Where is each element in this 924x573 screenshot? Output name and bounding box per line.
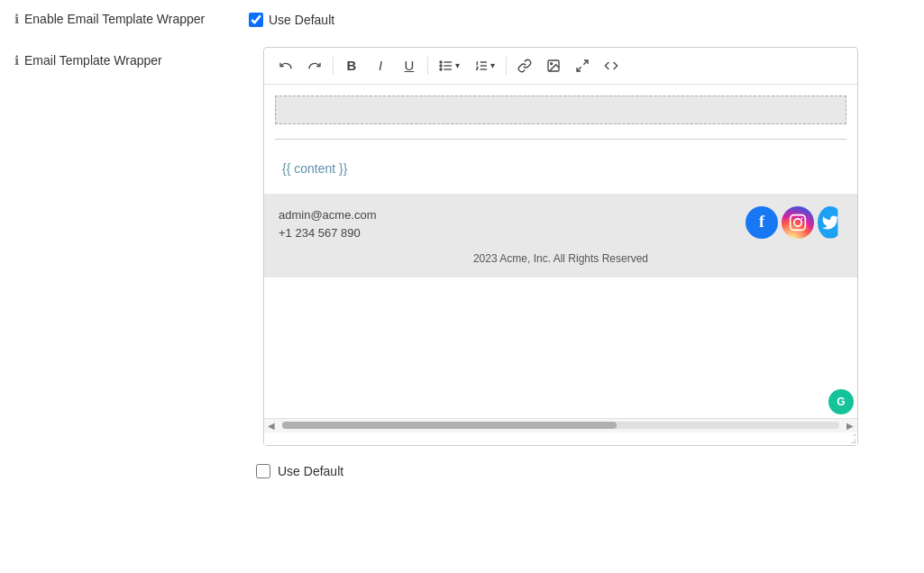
bullet-list-button[interactable]: ▾ [434, 53, 465, 78]
svg-point-14 [794, 218, 801, 225]
wrapper-field-row: ℹ Email Template Wrapper B I [0, 40, 924, 453]
wrapper-field-label: Email Template Wrapper [24, 52, 162, 70]
toolbar-sep-3 [506, 57, 507, 75]
undo-button[interactable] [273, 53, 298, 78]
twitter-icon [818, 206, 843, 239]
footer-social-icons: f [746, 206, 843, 239]
svg-line-12 [577, 67, 581, 71]
email-divider [275, 139, 846, 140]
resize-handle[interactable] [845, 432, 857, 445]
image-button[interactable] [541, 53, 566, 78]
bold-button[interactable]: B [339, 53, 364, 78]
underline-icon: U [405, 58, 415, 73]
code-button[interactable] [599, 53, 624, 78]
editor-scrollbar[interactable]: ◀ ▶ [264, 418, 857, 432]
bottom-use-default-row: Use Default [0, 453, 924, 489]
scroll-right-arrow[interactable]: ▶ [843, 421, 857, 431]
footer-copyright: 2023 Acme, Inc. All Rights Reserved [279, 252, 843, 265]
redo-button[interactable] [302, 53, 327, 78]
scrollbar-thumb [282, 422, 617, 429]
bold-icon: B [347, 58, 357, 73]
svg-line-16 [854, 434, 855, 436]
bottom-use-default-label[interactable]: Use Default [278, 464, 343, 478]
svg-point-4 [440, 65, 442, 67]
bullet-dropdown-arrow: ▾ [455, 60, 460, 70]
toolbar-sep-2 [427, 57, 428, 75]
italic-icon: I [379, 58, 382, 73]
svg-point-3 [440, 61, 442, 63]
svg-point-5 [440, 68, 442, 70]
svg-rect-13 [791, 214, 806, 230]
page-container: ℹ Enable Email Template Wrapper Use Defa… [0, 0, 924, 573]
enable-field-label: Enable Email Template Wrapper [24, 11, 205, 29]
italic-button[interactable]: I [368, 53, 393, 78]
footer-phone: +1 234 567 890 [279, 224, 377, 243]
ordered-list-button[interactable]: ▾ [469, 53, 500, 78]
ordered-dropdown-arrow: ▾ [490, 60, 495, 70]
fullscreen-button[interactable] [570, 53, 595, 78]
toolbar-sep-1 [333, 57, 334, 75]
enable-field-row: ℹ Enable Email Template Wrapper Use Defa… [0, 0, 924, 40]
footer-contact: admin@acme.com +1 234 567 890 [279, 206, 377, 244]
bottom-use-default-checkbox[interactable] [256, 464, 270, 478]
instagram-icon [782, 206, 814, 239]
link-button[interactable] [512, 53, 537, 78]
scrollbar-track[interactable] [282, 422, 839, 429]
enable-info-icon: ℹ [14, 12, 19, 26]
enable-field-controls: Use Default [249, 11, 334, 27]
wrapper-label-group: ℹ Email Template Wrapper [14, 47, 249, 70]
footer-top: admin@acme.com +1 234 567 890 f [279, 206, 843, 244]
underline-button[interactable]: U [397, 53, 422, 78]
use-default-label[interactable]: Use Default [269, 13, 334, 27]
footer-email: admin@acme.com [279, 206, 377, 225]
enable-label-group: ℹ Enable Email Template Wrapper [14, 11, 249, 29]
svg-point-15 [801, 217, 803, 219]
email-footer: admin@acme.com +1 234 567 890 f [264, 194, 857, 278]
svg-line-11 [583, 60, 588, 65]
grammarly-button[interactable]: G [828, 389, 854, 414]
editor-body[interactable]: {{ content }} admin@acme.com +1 234 567 … [264, 85, 857, 418]
use-default-checkbox[interactable] [249, 13, 263, 27]
resize-row [264, 432, 857, 445]
scroll-left-arrow[interactable]: ◀ [264, 421, 279, 431]
email-header-banner [275, 96, 846, 124]
wrapper-info-icon: ℹ [14, 53, 19, 68]
svg-point-10 [551, 62, 553, 64]
rich-text-editor[interactable]: B I U ▾ ▾ [263, 47, 858, 446]
email-content-placeholder: {{ content }} [264, 154, 857, 183]
facebook-icon: f [746, 206, 778, 239]
editor-toolbar: B I U ▾ ▾ [264, 48, 857, 85]
use-default-wrapper: Use Default [249, 13, 334, 27]
